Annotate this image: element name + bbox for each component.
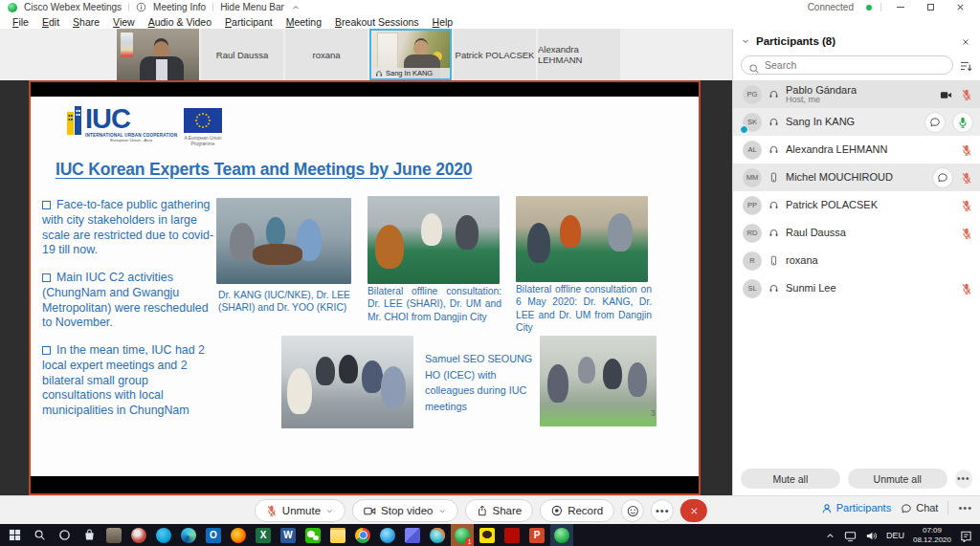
participant-row[interactable]: PP Patrick POLACSEK (733, 191, 980, 219)
chat-button[interactable] (933, 168, 952, 187)
stop-video-button[interactable]: Stop video (352, 499, 457, 522)
chat-tab-button[interactable]: Chat (901, 501, 938, 513)
hide-menu-bar-button[interactable]: Hide Menu Bar (220, 2, 284, 12)
reactions-button[interactable] (621, 499, 644, 522)
powerpoint-icon[interactable]: P (529, 528, 545, 543)
cortana-icon[interactable] (56, 528, 72, 543)
taskbar-clock[interactable]: 07:0908.12.2020 (913, 526, 951, 545)
eu-flag: A European UnionProgramme (176, 108, 230, 147)
menu-help[interactable]: Help (426, 16, 460, 28)
mic-muted-icon[interactable] (961, 142, 972, 159)
edge-icon[interactable] (181, 528, 196, 543)
wechat-icon[interactable] (305, 528, 321, 543)
earth-app-icon[interactable] (380, 528, 395, 543)
video-tile-alexandra[interactable]: Alexandra LEHMANN (538, 29, 620, 80)
video-tile-raul[interactable]: Raul Daussa (201, 29, 283, 80)
excel-icon[interactable]: X (256, 528, 271, 543)
webex-ball-icon[interactable] (554, 528, 569, 543)
start-button[interactable] (7, 528, 22, 543)
word-icon[interactable]: W (280, 528, 296, 543)
close-window-button[interactable] (949, 1, 970, 13)
menu-view[interactable]: View (106, 16, 142, 28)
menu-file[interactable]: File (6, 16, 35, 28)
share-button[interactable]: Share (464, 499, 533, 522)
mic-muted-icon (266, 505, 278, 517)
mic-muted-icon[interactable] (961, 225, 972, 242)
more-panels-button[interactable]: ••• (958, 502, 972, 513)
outlook-icon[interactable]: O (206, 528, 221, 543)
maximize-button[interactable] (920, 1, 941, 13)
webex-meetings-taskbar-active[interactable]: 1 (451, 524, 474, 546)
avatar: RD (743, 224, 762, 243)
sort-participants-icon[interactable] (959, 56, 972, 74)
participant-row[interactable]: SK Sang In KANG (733, 108, 980, 136)
keyboard-language[interactable]: DEU (886, 531, 904, 540)
mic-muted-icon[interactable] (961, 280, 972, 297)
microsoft-store-icon[interactable] (81, 528, 97, 543)
participant-search-input[interactable] (741, 55, 953, 75)
menu-breakout-sessions[interactable]: Breakout Sessions (328, 16, 426, 28)
red-app-icon[interactable] (131, 528, 146, 543)
cisco-app-icon[interactable] (156, 528, 171, 543)
video-badge-icon (740, 125, 748, 134)
kakaotalk-icon[interactable] (479, 528, 495, 543)
participant-row[interactable]: AL Alexandra LEHMANN (733, 136, 980, 164)
mic-active-icon[interactable] (953, 113, 972, 132)
photo-caption-2: Bilateral offline consultation: Dr. LEE … (368, 285, 501, 323)
menu-participant[interactable]: Participant (218, 16, 279, 28)
menu-edit[interactable]: Edit (35, 16, 66, 28)
chevron-down-icon[interactable] (325, 505, 334, 516)
chevron-down-icon[interactable] (437, 505, 446, 516)
close-panel-button[interactable] (961, 35, 970, 47)
menu-bar: File Edit Share View Audio & Video Parti… (0, 14, 980, 29)
taskbar-search-icon[interactable] (32, 528, 47, 543)
unmute-all-button[interactable]: Unmute all (848, 469, 947, 489)
pdf-app-icon[interactable] (504, 528, 520, 543)
paint3d-icon[interactable] (430, 528, 445, 543)
shared-content-stage: IUC INTERNATIONAL URBAN COOPERATION Euro… (0, 80, 732, 495)
more-options-icon[interactable]: ••• (955, 470, 972, 489)
unmute-button[interactable]: Unmute (255, 499, 345, 522)
photo-caption-4: Samuel SEO SEOUNG HO (ICEC) with colleag… (425, 351, 547, 415)
minimize-button[interactable] (890, 1, 911, 13)
webex-ball-taskbar[interactable] (550, 524, 573, 546)
participants-tab-button[interactable]: Participants (821, 501, 891, 513)
record-button[interactable]: Record (540, 499, 614, 522)
mic-muted-icon[interactable] (961, 169, 972, 186)
more-controls-button[interactable]: ••• (651, 499, 674, 522)
meeting-photo-3 (516, 196, 648, 282)
participant-row[interactable]: PG Pablo GándaraHost, me (733, 80, 980, 108)
network-icon[interactable] (844, 527, 857, 544)
leave-meeting-button[interactable] (680, 499, 707, 522)
participant-name: Pablo Gándara (786, 84, 857, 96)
participant-row[interactable]: MM Michel MOUCHIROUD (733, 164, 980, 191)
mic-muted-icon[interactable] (961, 197, 972, 214)
menu-meeting[interactable]: Meeting (279, 16, 328, 28)
participant-row[interactable]: SL Sunmi Lee (733, 274, 980, 302)
participant-row[interactable]: R roxana (733, 247, 980, 274)
collapse-chevron-icon[interactable] (741, 36, 750, 46)
chat-button[interactable] (925, 113, 945, 132)
menu-audio-video[interactable]: Audio & Video (142, 16, 218, 28)
meeting-info-button[interactable]: Meeting Info (153, 2, 206, 12)
video-tile-roxana[interactable]: roxana (285, 29, 368, 80)
mic-muted-icon[interactable] (961, 86, 972, 103)
avatar: PG (743, 85, 762, 104)
mute-all-button[interactable]: Mute all (741, 469, 840, 489)
statue-app-icon[interactable] (106, 528, 122, 543)
speaker-icon[interactable] (865, 527, 878, 544)
chrome-icon[interactable] (355, 528, 370, 543)
maps-app-icon[interactable] (405, 528, 420, 543)
tray-chevron-up-icon[interactable] (825, 527, 835, 544)
menu-share[interactable]: Share (66, 16, 106, 28)
firefox-icon[interactable] (231, 528, 246, 543)
video-filmstrip: Raul Daussa roxana Sang In KANG Patrick … (0, 29, 732, 80)
participant-row[interactable]: RD Raul Daussa (733, 219, 980, 247)
video-tile-patrick[interactable]: Patrick POLACSEK (454, 29, 536, 80)
file-explorer-icon[interactable] (330, 528, 345, 543)
video-tile-sang-in-kang[interactable]: Sang In KANG (369, 29, 452, 80)
webex-meetings-icon[interactable]: 1 (455, 528, 470, 543)
action-center-icon[interactable] (960, 527, 972, 544)
chevron-up-icon[interactable] (291, 3, 301, 12)
video-tile-pablo[interactable] (117, 29, 199, 80)
